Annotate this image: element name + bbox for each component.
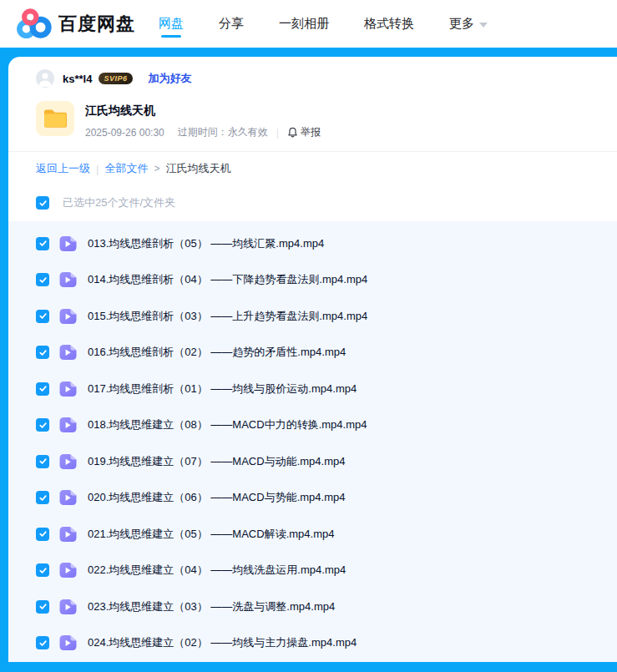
chevron-down-icon <box>479 23 488 28</box>
file-row[interactable]: 015.均线思维剖析（03） ——上升趋势看盘法则.mp4.mp4 <box>8 298 617 335</box>
file-checkbox[interactable] <box>36 382 49 396</box>
tab-more-label: 更多 <box>449 16 474 32</box>
selection-summary: 已选中25个文件/文件夹 <box>63 195 175 210</box>
video-file-icon <box>58 416 77 434</box>
baidu-pan-share-page: 百度网盘 网盘 分享 一刻相册 格式转换 更多 <box>0 0 617 672</box>
avatar <box>36 69 54 88</box>
breadcrumb: 返回上一级 | 全部文件 > 江氏均线天机 <box>8 152 617 183</box>
nav-tabs: 网盘 分享 一刻相册 格式转换 更多 <box>159 0 488 48</box>
expire-label: 过期时间：永久有效 <box>178 125 268 139</box>
file-name: 020.均线思维建立（06） ——MACD与势能.mp4.mp4 <box>88 490 345 505</box>
file-name: 022.均线思维建立（04） ——均线洗盘运用.mp4.mp4 <box>88 563 346 578</box>
video-file-icon <box>58 307 77 326</box>
file-checkbox[interactable] <box>36 600 49 614</box>
tab-share-label: 分享 <box>219 16 244 32</box>
tab-format-convert[interactable]: 格式转换 <box>364 0 414 48</box>
file-checkbox[interactable] <box>36 563 49 577</box>
tab-more[interactable]: 更多 <box>449 0 488 48</box>
file-checkbox[interactable] <box>36 491 49 504</box>
video-file-icon <box>58 235 77 253</box>
add-friend-link[interactable]: 加为好友 <box>148 71 191 86</box>
file-name: 013.均线思维剖析（05） ——均线汇聚.mp4.mp4 <box>88 236 324 251</box>
breadcrumb-current: 江氏均线天机 <box>165 161 230 176</box>
tab-share[interactable]: 分享 <box>219 0 244 48</box>
file-row[interactable]: 017.均线思维剖析（01） ——均线与股价运动.mp4.mp4 <box>8 371 617 407</box>
person-icon <box>36 69 54 88</box>
file-checkbox[interactable] <box>36 636 49 649</box>
tab-format-convert-label: 格式转换 <box>364 16 414 32</box>
file-row[interactable]: 016.均线思维剖析（02） ——趋势的矛盾性.mp4.mp4 <box>8 335 617 371</box>
share-owner-row: ks**l4 SVIP6 加为好友 <box>8 57 617 88</box>
file-name: 024.均线思维建立（02） ——均线与主力操盘.mp4.mp4 <box>88 635 357 650</box>
file-row[interactable]: 023.均线思维建立（03） ——洗盘与调整.mp4.mp4 <box>8 589 617 625</box>
video-file-icon <box>58 380 77 398</box>
video-file-icon <box>58 598 77 616</box>
file-row[interactable]: 021.均线思维建立（05） ——MACD解读.mp4.mp4 <box>8 516 617 553</box>
file-name: 015.均线思维剖析（03） ——上升趋势看盘法则.mp4.mp4 <box>88 309 367 324</box>
select-all-checkbox[interactable] <box>36 196 49 210</box>
file-name: 014.均线思维剖析（04） ——下降趋势看盘法则.mp4.mp4 <box>88 272 367 287</box>
file-name: 019.均线思维建立（07） ——MACD与动能.mp4.mp4 <box>88 454 345 469</box>
shared-folder-info: 江氏均线天机 2025-09-26 00:30 过期时间：永久有效 | 举报 <box>8 88 617 151</box>
tab-netdisk[interactable]: 网盘 <box>159 0 184 48</box>
baidu-pan-logo[interactable]: 百度网盘 <box>17 8 135 40</box>
file-checkbox[interactable] <box>36 418 49 432</box>
breadcrumb-separator: > <box>154 163 159 174</box>
file-row[interactable]: 020.均线思维建立（06） ——MACD与势能.mp4.mp4 <box>8 480 617 517</box>
file-name: 023.均线思维建立（03） ——洗盘与调整.mp4.mp4 <box>88 599 335 614</box>
file-name: 016.均线思维剖析（02） ——趋势的矛盾性.mp4.mp4 <box>88 345 346 360</box>
file-name: 018.均线思维建立（08） ——MACD中力的转换.mp4.mp4 <box>88 417 367 432</box>
file-row[interactable]: 013.均线思维剖析（05） ——均线汇聚.mp4.mp4 <box>8 225 617 262</box>
blue-background-band: ks**l4 SVIP6 加为好友 江氏均线天机 2025-09-26 00:3… <box>0 48 617 672</box>
file-name: 021.均线思维建立（05） ——MACD解读.mp4.mp4 <box>88 527 334 542</box>
file-name: 017.均线思维剖析（01） ——均线与股价运动.mp4.mp4 <box>88 381 357 397</box>
breadcrumb-all-files-link[interactable]: 全部文件 <box>104 161 148 176</box>
file-checkbox[interactable] <box>36 528 49 541</box>
breadcrumb-bar: | <box>96 163 99 175</box>
logo-text: 百度网盘 <box>58 12 135 37</box>
file-row[interactable]: 022.均线思维建立（04） ——均线洗盘运用.mp4.mp4 <box>8 553 617 589</box>
file-checkbox[interactable] <box>36 237 49 250</box>
share-content-card: ks**l4 SVIP6 加为好友 江氏均线天机 2025-09-26 00:3… <box>8 57 617 662</box>
file-row[interactable]: 014.均线思维剖析（04） ——下降趋势看盘法则.mp4.mp4 <box>8 262 617 299</box>
shared-folder-name: 江氏均线天机 <box>85 101 321 119</box>
video-file-icon <box>58 270 77 289</box>
file-checkbox[interactable] <box>36 273 49 286</box>
share-date: 2025-09-26 00:30 <box>85 127 164 139</box>
video-file-icon <box>58 525 77 543</box>
tab-netdisk-label: 网盘 <box>159 16 184 32</box>
top-navbar: 百度网盘 网盘 分享 一刻相册 格式转换 更多 <box>0 0 617 48</box>
shared-folder-meta: 2025-09-26 00:30 过期时间：永久有效 | 举报 <box>85 125 321 139</box>
video-file-icon <box>58 634 77 652</box>
tab-moment-album[interactable]: 一刻相册 <box>279 0 329 48</box>
folder-text-block: 江氏均线天机 2025-09-26 00:30 过期时间：永久有效 | 举报 <box>85 101 321 139</box>
folder-icon <box>36 101 74 136</box>
svip-badge: SVIP6 <box>99 73 133 84</box>
file-row[interactable]: 019.均线思维建立（07） ——MACD与动能.mp4.mp4 <box>8 443 617 480</box>
file-row[interactable]: 024.均线思维建立（02） ——均线与主力操盘.mp4.mp4 <box>8 625 617 662</box>
file-checkbox[interactable] <box>36 455 49 468</box>
baidu-pan-logo-icon <box>17 8 52 40</box>
video-file-icon <box>58 561 77 579</box>
file-checkbox[interactable] <box>36 346 49 359</box>
video-file-icon <box>58 488 77 507</box>
selection-bar: 已选中25个文件/文件夹 <box>8 183 617 221</box>
video-file-icon <box>58 343 77 361</box>
tab-moment-album-label: 一刻相册 <box>279 16 329 32</box>
file-list: 013.均线思维剖析（05） ——均线汇聚.mp4.mp4 014.均线思维剖析… <box>8 221 617 662</box>
file-row[interactable]: 025.均线思维建立（01） ——均线解读_1.mp4.mp4 <box>8 661 617 662</box>
video-file-icon <box>58 452 77 471</box>
file-checkbox[interactable] <box>36 310 49 323</box>
meta-separator: | <box>275 127 281 139</box>
file-row[interactable]: 018.均线思维建立（08） ——MACD中力的转换.mp4.mp4 <box>8 407 617 444</box>
report-alarm-icon <box>287 127 298 138</box>
owner-name: ks**l4 <box>63 73 92 85</box>
report-label: 举报 <box>301 125 321 139</box>
report-button[interactable]: 举报 <box>287 125 321 139</box>
breadcrumb-back-link[interactable]: 返回上一级 <box>36 161 90 176</box>
active-tab-underline <box>161 35 181 38</box>
